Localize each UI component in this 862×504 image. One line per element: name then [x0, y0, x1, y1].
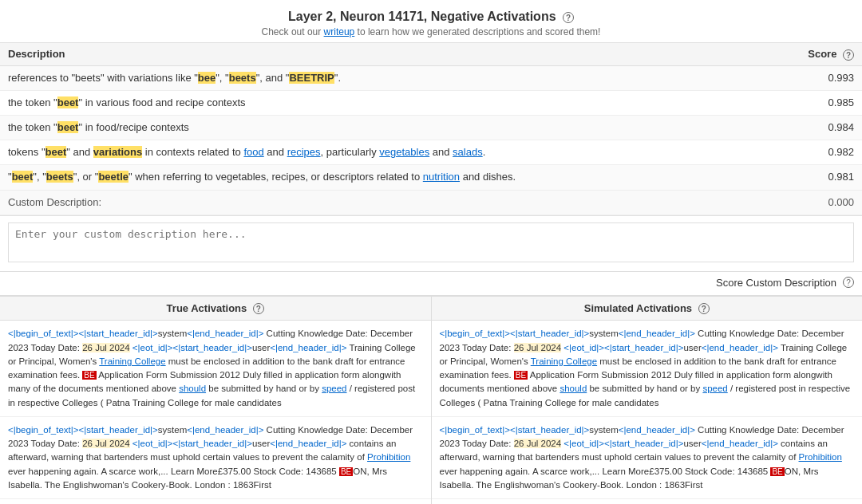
help-icon[interactable]: ?	[563, 12, 574, 23]
desc-row-1: references to "beets" with variations li…	[0, 65, 862, 90]
custom-description-input[interactable]	[8, 222, 854, 262]
desc-row-5: "beet", "beets", or "beetle" when referr…	[0, 165, 862, 190]
sim-red-token-2: BE	[770, 467, 784, 476]
desc-text-4: tokens "beet" and variations in contexts…	[0, 140, 782, 165]
simulated-activations-help-icon[interactable]: ?	[698, 303, 710, 314]
true-activations-header: True Activations ?	[0, 297, 431, 321]
simulated-activations-col: Simulated Activations ? <|begin_of_text|…	[432, 297, 863, 504]
title-text: Layer 2, Neuron 14171, Negative Activati…	[288, 10, 556, 23]
desc-row-2: the token "beet" in various food and rec…	[0, 90, 862, 115]
desc-score-5: 0.981	[782, 165, 862, 190]
custom-desc-score: 0.000	[782, 190, 862, 215]
activations-section: True Activations ? <|begin_of_text|><|st…	[0, 296, 862, 504]
true-activations-col: True Activations ? <|begin_of_text|><|st…	[0, 297, 432, 504]
score-custom-description-button[interactable]: Score Custom Description ?	[716, 277, 854, 289]
true-activation-item-1: <|begin_of_text|><|start_header_id|>syst…	[0, 321, 431, 417]
desc-score-3: 0.984	[782, 115, 862, 140]
true-activation-item-3: <|begin_of_text|><|start_header_id|>syst…	[0, 499, 431, 504]
desc-row-4: tokens "beet" and variations in contexts…	[0, 140, 862, 165]
desc-score-4: 0.982	[782, 140, 862, 165]
score-help-icon[interactable]: ?	[843, 49, 854, 61]
sim-activation-item-1: <|begin_of_text|><|start_header_id|>syst…	[432, 321, 863, 417]
subtitle: Check out our writeup to learn how we ge…	[16, 26, 846, 37]
descriptions-section: Description Score ? references to "beets…	[0, 43, 862, 216]
custom-desc-row: Custom Description: 0.000	[0, 190, 862, 215]
writeup-link[interactable]: writeup	[324, 26, 355, 37]
page-header: Layer 2, Neuron 14171, Negative Activati…	[0, 0, 862, 43]
desc-text-3: the token "beet" in food/recipe contexts	[0, 115, 782, 140]
desc-score-1: 0.993	[782, 65, 862, 90]
sim-red-token-1: BE	[514, 371, 528, 380]
descriptions-table: Description Score ? references to "beets…	[0, 43, 862, 215]
desc-text-1: references to "beets" with variations li…	[0, 65, 782, 90]
custom-desc-label: Custom Description:	[0, 190, 782, 215]
score-custom-btn-label: Score Custom Description	[716, 277, 836, 289]
desc-score-2: 0.985	[782, 90, 862, 115]
score-custom-help-icon[interactable]: ?	[843, 277, 854, 288]
page-title: Layer 2, Neuron 14171, Negative Activati…	[16, 10, 846, 24]
col-description: Description	[0, 43, 782, 65]
desc-text-2: the token "beet" in various food and rec…	[0, 90, 782, 115]
desc-text-5: "beet", "beets", or "beetle" when referr…	[0, 165, 782, 190]
red-token-2: BE	[339, 467, 353, 476]
sim-activation-item-3: <|begin_of_text|><|start_header_id|>syst…	[432, 499, 863, 504]
score-custom-btn-row: Score Custom Description ?	[0, 272, 862, 296]
sim-activation-item-2: <|begin_of_text|><|start_header_id|>syst…	[432, 417, 863, 499]
simulated-activations-header: Simulated Activations ?	[432, 297, 863, 321]
col-score: Score ?	[782, 43, 862, 65]
custom-textarea-section	[0, 216, 862, 272]
red-token-1: BE	[82, 371, 96, 380]
desc-row-3: the token "beet" in food/recipe contexts…	[0, 115, 862, 140]
true-activation-item-2: <|begin_of_text|><|start_header_id|>syst…	[0, 417, 431, 499]
true-activations-help-icon[interactable]: ?	[253, 303, 264, 314]
